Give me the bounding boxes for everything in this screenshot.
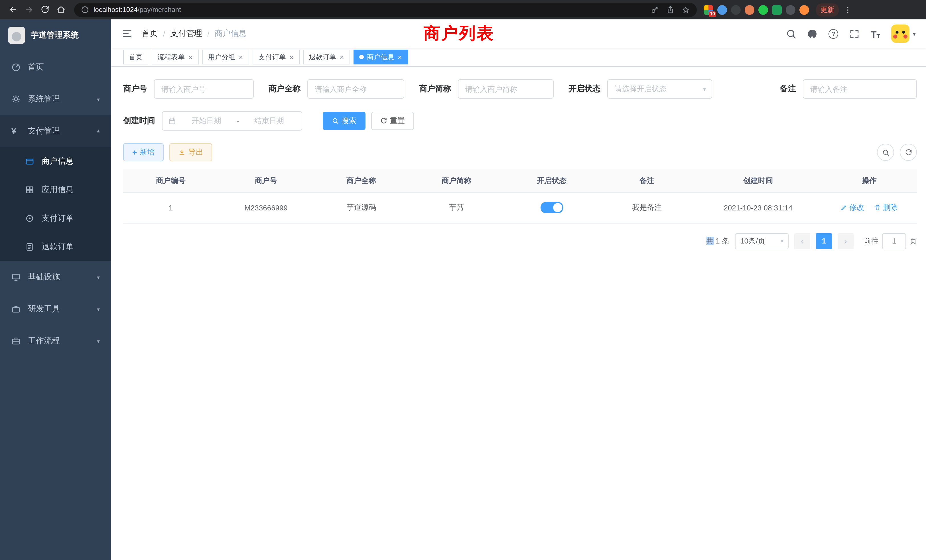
date-separator: - — [237, 117, 239, 125]
browser-update-button[interactable]: 更新 — [816, 3, 839, 16]
cell-actions: 修改 删除 — [822, 192, 917, 223]
tab-process-form[interactable]: 流程表单 × — [152, 50, 199, 64]
sidebar-item-refund-order[interactable]: 退款订单 — [0, 233, 111, 261]
extension-icon[interactable] — [772, 5, 782, 15]
sidebar-item-app-info[interactable]: 应用信息 — [0, 176, 111, 204]
avatar — [891, 24, 909, 43]
search-icon[interactable] — [786, 28, 797, 39]
breadcrumb-payment[interactable]: 支付管理 — [170, 29, 202, 39]
export-button[interactable]: 导出 — [169, 143, 212, 161]
password-key-icon[interactable] — [651, 5, 659, 14]
address-bar-actions — [651, 5, 690, 14]
chevron-down-icon: ▾ — [97, 306, 100, 312]
app-logo[interactable]: 芋道管理系统 — [0, 20, 111, 51]
tab-merchant-info[interactable]: 商户信息 × — [354, 50, 408, 64]
tab-close-icon[interactable]: × — [238, 53, 244, 61]
column-header: 开启状态 — [504, 170, 599, 192]
browser-home-button[interactable] — [54, 2, 68, 17]
caret-down-icon: ▾ — [781, 238, 784, 244]
reset-button[interactable]: 重置 — [371, 112, 414, 130]
cell-create-time: 2021-10-23 08:31:14 — [694, 192, 822, 223]
tab-label: 商户信息 — [367, 52, 394, 62]
full-name-input[interactable] — [307, 79, 404, 98]
url-host: localhost:1024 — [94, 6, 138, 14]
user-menu[interactable]: ▾ — [891, 24, 916, 43]
extension-icon[interactable] — [758, 5, 768, 15]
browser-menu-icon[interactable]: ⋮ — [843, 5, 852, 14]
browser-refresh-button[interactable] — [38, 2, 53, 17]
edit-button[interactable]: 修改 — [841, 203, 864, 213]
chevron-left-icon: ‹ — [801, 236, 804, 246]
search-button[interactable]: 搜索 — [323, 112, 366, 130]
merchant-no-input[interactable] — [154, 79, 254, 98]
sidebar-item-payment[interactable]: ¥ 支付管理 ▾ — [0, 115, 111, 147]
profile-avatar-icon[interactable] — [799, 5, 809, 15]
sidebar-item-label: 商户信息 — [42, 156, 74, 166]
sidebar-item-home[interactable]: 首页 — [0, 51, 111, 83]
bookmark-star-icon[interactable] — [681, 5, 690, 14]
prev-page-button[interactable]: ‹ — [794, 233, 810, 249]
address-bar[interactable]: localhost:1024/pay/merchant — [74, 3, 697, 17]
merchant-table: 商户编号 商户号 商户全称 商户简称 开启状态 备注 创建时间 操作 1 — [123, 170, 917, 223]
page-size-select[interactable]: 10条/页 ▾ — [735, 233, 788, 249]
browser-back-button[interactable] — [6, 2, 21, 17]
tab-user-group[interactable]: 用户分组 × — [202, 50, 249, 64]
browser-forward-button[interactable] — [22, 2, 36, 17]
delete-label: 删除 — [883, 203, 898, 213]
chevron-up-icon: ▾ — [97, 128, 100, 134]
tab-close-icon[interactable]: × — [339, 53, 345, 61]
status-toggle[interactable] — [540, 202, 563, 213]
select-placeholder: 请选择开启状态 — [615, 84, 667, 94]
date-range-picker[interactable]: 开始日期 - 结束日期 — [162, 111, 302, 130]
next-page-button[interactable]: › — [838, 233, 853, 249]
share-icon[interactable] — [666, 5, 675, 14]
browser-toolbar: localhost:1024/pay/merchant 10 更新 ⋮ — [0, 0, 926, 20]
toolbox-icon — [11, 304, 21, 314]
tab-close-icon[interactable]: × — [397, 53, 402, 61]
sidebar-item-pay-order[interactable]: 支付订单 — [0, 204, 111, 233]
tab-home[interactable]: 首页 — [123, 50, 148, 64]
tab-close-icon[interactable]: × — [289, 53, 294, 61]
extension-grid-icon[interactable]: 10 — [704, 5, 713, 15]
sidebar-item-system[interactable]: 系统管理 ▾ — [0, 83, 111, 115]
sidebar-item-infrastructure[interactable]: 基础设施 ▾ — [0, 261, 111, 293]
sidebar-collapse-button[interactable] — [121, 28, 133, 39]
breadcrumb-home[interactable]: 首页 — [142, 29, 158, 39]
help-icon[interactable]: ? — [828, 28, 839, 39]
sidebar-item-dev-tools[interactable]: 研发工具 ▾ — [0, 293, 111, 325]
toggle-search-button[interactable] — [877, 144, 894, 161]
status-select[interactable]: 请选择开启状态 ▾ — [607, 79, 712, 98]
extension-icon[interactable] — [786, 5, 796, 15]
remark-input[interactable] — [803, 79, 917, 98]
tab-label: 首页 — [129, 52, 142, 62]
refresh-icon — [905, 148, 912, 156]
github-icon[interactable] — [807, 28, 818, 39]
grid-icon — [25, 185, 34, 194]
delete-button[interactable]: 删除 — [875, 203, 898, 213]
column-header: 商户全称 — [313, 170, 409, 192]
refresh-table-button[interactable] — [900, 144, 917, 161]
site-info-icon[interactable] — [81, 6, 89, 14]
short-name-input[interactable] — [458, 79, 554, 98]
sidebar-item-label: 支付订单 — [42, 213, 74, 224]
add-button[interactable]: + 新增 — [123, 143, 163, 161]
tab-close-icon[interactable]: × — [188, 53, 193, 61]
field-label: 商户简称 — [419, 84, 451, 94]
page-number-button[interactable]: 1 — [816, 233, 832, 249]
extension-icon[interactable] — [731, 5, 741, 15]
goto-page-input[interactable] — [882, 233, 906, 249]
sidebar-item-workflow[interactable]: 工作流程 ▾ — [0, 325, 111, 357]
tab-refund-order[interactable]: 退款订单 × — [303, 50, 350, 64]
filter-row-1: 商户号 商户全称 商户简称 开启状态 请选择开启状态 — [123, 79, 917, 98]
extension-icon[interactable] — [745, 5, 754, 15]
app-frame: 芋道管理系统 首页 系统管理 ▾ ¥ 支付管理 ▾ — [0, 20, 926, 560]
extension-icon[interactable] — [717, 5, 727, 15]
fullscreen-icon[interactable] — [849, 28, 860, 39]
column-header: 商户编号 — [123, 170, 218, 192]
sidebar-item-merchant-info[interactable]: 商户信息 — [0, 147, 111, 176]
tab-pay-order[interactable]: 支付订单 × — [253, 50, 300, 64]
app-title: 芋道管理系统 — [31, 30, 79, 41]
column-header: 商户号 — [218, 170, 313, 192]
font-size-icon[interactable]: TT — [870, 28, 881, 39]
document-icon — [25, 242, 34, 251]
